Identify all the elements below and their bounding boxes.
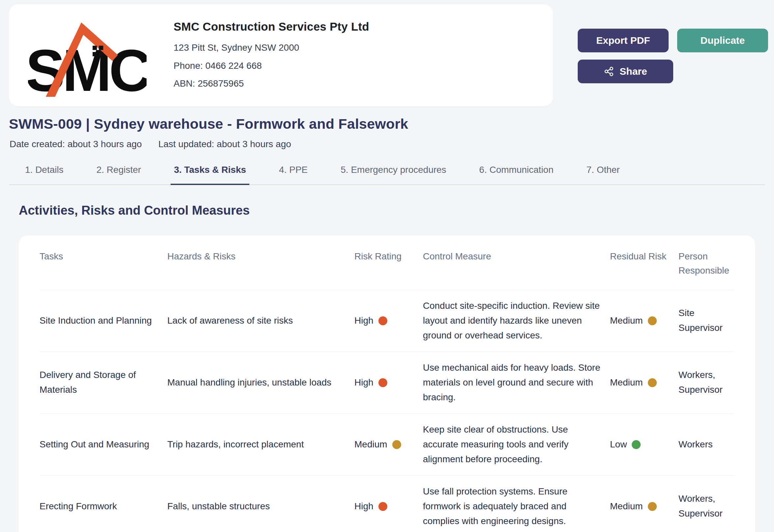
person-responsible-cell: Site Supervisor <box>679 306 734 335</box>
company-abn: ABN: 256875965 <box>173 77 369 91</box>
residual-risk-value: Medium <box>610 313 643 328</box>
column-header-hazards: Hazards & Risks <box>167 249 354 278</box>
tab-label: 3. Tasks & Risks <box>174 165 246 175</box>
task-cell: Setting Out and Measuring <box>40 437 167 452</box>
tab-details[interactable]: 1. Details <box>22 165 67 185</box>
company-name: SMC Construction Services Pty Ltd <box>173 20 369 33</box>
tab-bar: 1. Details 2. Register 3. Tasks & Risks … <box>9 165 765 185</box>
column-header-residual-risk: Residual Risk <box>610 249 679 278</box>
residual-risk-cell: Low <box>610 437 679 452</box>
risk-rating-value: High <box>354 313 373 328</box>
company-logo: SMC <box>25 13 150 98</box>
company-address: 123 Pitt St, Sydney NSW 2000 <box>173 41 369 55</box>
residual-risk-value: Low <box>610 437 627 452</box>
risk-rating-dot <box>378 502 387 511</box>
tab-ppe[interactable]: 4. PPE <box>276 165 311 185</box>
tab-label: 1. Details <box>25 165 64 175</box>
table-row: Setting Out and Measuring Trip hazards, … <box>40 413 734 475</box>
risk-rating-dot <box>392 440 401 449</box>
risk-rating-cell: High <box>354 499 423 514</box>
risk-rating-dot <box>378 316 387 325</box>
residual-risk-cell: Medium <box>610 375 679 390</box>
swms-page: SMC SMC Construction Services Pty Ltd 12… <box>0 0 774 532</box>
risk-rating-value: Medium <box>354 437 387 452</box>
risk-rating-dot <box>378 378 387 387</box>
document-meta: Date created: about 3 hours ago Last upd… <box>10 139 291 149</box>
hazards-cell: Lack of awareness of site risks <box>167 313 354 328</box>
residual-risk-cell: Medium <box>610 313 679 328</box>
column-header-tasks: Tasks <box>40 249 167 278</box>
hazards-cell: Manual handling injuries, unstable loads <box>167 375 354 390</box>
smc-logo-graphic: SMC <box>28 14 147 97</box>
tab-label: 4. PPE <box>279 165 307 175</box>
last-updated: Last updated: about 3 hours ago <box>158 139 291 149</box>
column-header-person-responsible: Person Responsible <box>679 249 737 278</box>
residual-risk-dot <box>632 440 641 449</box>
person-responsible-cell: Workers <box>679 437 734 452</box>
residual-risk-dot <box>648 378 657 387</box>
risk-table-card: Tasks Hazards & Risks Risk Rating Contro… <box>18 235 755 532</box>
risk-rating-value: High <box>354 499 373 514</box>
svg-text:SMC: SMC <box>28 38 147 97</box>
person-responsible-cell: Workers, Supervisor <box>679 368 734 397</box>
header-actions: Export PDF Duplicate Share <box>578 29 769 83</box>
company-details: SMC Construction Services Pty Ltd 123 Pi… <box>173 20 369 91</box>
tab-communication[interactable]: 6. Communication <box>476 165 557 185</box>
document-title: SWMS-009 | Sydney warehouse - Formwork a… <box>9 116 408 132</box>
risk-rating-value: High <box>354 375 373 390</box>
task-cell: Erecting Formwork <box>40 499 167 514</box>
table-row: Erecting Formwork Falls, unstable struct… <box>40 475 734 532</box>
company-header-card: SMC SMC Construction Services Pty Ltd 12… <box>9 4 553 106</box>
person-responsible-cell: Workers, Supervisor <box>679 492 734 521</box>
table-body: Site Induction and Planning Lack of awar… <box>40 290 734 532</box>
task-cell: Delivery and Storage of Materials <box>40 368 167 397</box>
share-button[interactable]: Share <box>578 60 673 83</box>
task-cell: Site Induction and Planning <box>40 313 167 328</box>
tab-emergency-procedures[interactable]: 5. Emergency procedures <box>337 165 450 185</box>
risk-rating-cell: Medium <box>354 437 423 452</box>
control-measure-cell: Conduct site-specific induction. Review … <box>423 299 610 343</box>
table-row: Delivery and Storage of Materials Manual… <box>40 352 734 413</box>
duplicate-button[interactable]: Duplicate <box>677 29 768 52</box>
table-row: Site Induction and Planning Lack of awar… <box>40 290 734 352</box>
tab-label: 6. Communication <box>479 165 554 175</box>
table-header-row: Tasks Hazards & Risks Risk Rating Contro… <box>40 235 734 290</box>
control-measure-cell: Keep site clear of obstructions. Use acc… <box>423 422 610 466</box>
tab-register[interactable]: 2. Register <box>93 165 144 185</box>
column-header-risk-rating: Risk Rating <box>354 249 423 278</box>
tab-label: 2. Register <box>96 165 141 175</box>
residual-risk-value: Medium <box>610 499 643 514</box>
export-pdf-button[interactable]: Export PDF <box>578 29 669 52</box>
hazards-cell: Trip hazards, incorrect placement <box>167 437 354 452</box>
company-phone: Phone: 0466 224 668 <box>173 59 369 73</box>
tab-other[interactable]: 7. Other <box>583 165 623 185</box>
residual-risk-dot <box>648 502 657 511</box>
residual-risk-cell: Medium <box>610 499 679 514</box>
date-created: Date created: about 3 hours ago <box>10 139 142 149</box>
hazards-cell: Falls, unstable structures <box>167 499 354 514</box>
risk-rating-cell: High <box>354 375 423 390</box>
tab-label: 7. Other <box>587 165 620 175</box>
tab-tasks-risks[interactable]: 3. Tasks & Risks <box>171 165 249 185</box>
residual-risk-dot <box>648 316 657 325</box>
section-heading: Activities, Risks and Control Measures <box>19 203 250 218</box>
tab-label: 5. Emergency procedures <box>340 165 446 175</box>
control-measure-cell: Use fall protection systems. Ensure form… <box>423 484 610 528</box>
share-icon <box>604 66 614 77</box>
share-button-label: Share <box>620 66 647 77</box>
column-header-control-measure: Control Measure <box>423 249 610 278</box>
control-measure-cell: Use mechanical aids for heavy loads. Sto… <box>423 360 610 405</box>
risk-rating-cell: High <box>354 313 423 328</box>
residual-risk-value: Medium <box>610 375 643 390</box>
